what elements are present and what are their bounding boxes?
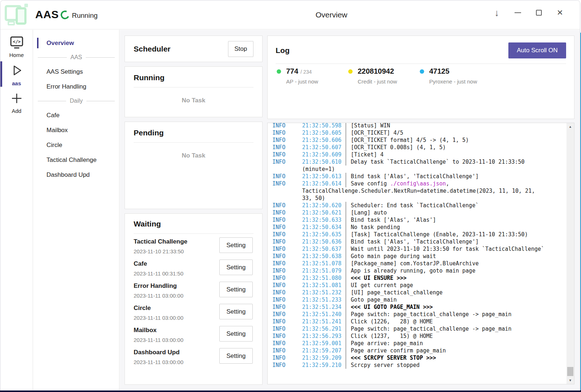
- log-timestamp: 21:32:50.637: [302, 245, 343, 253]
- log-level: INFO: [272, 318, 302, 325]
- dashboard-stats: 774/ 234AP - just now220810942Credit - j…: [277, 67, 491, 85]
- stat-label: Pyroxene - just now: [429, 78, 491, 85]
- log-line: INFO21:32:50.606[OCR_TICKET format] 4/5 …: [272, 136, 566, 144]
- log-line: INFO21:32:59.210Scrcpy server stopped: [272, 362, 566, 369]
- log-message: Page switch: page_tactical_challenge -> …: [346, 325, 512, 332]
- log-message: [Task] TacticalChallenge (Enable, 2023-1…: [346, 231, 528, 238]
- log-level: INFO: [272, 151, 302, 158]
- nav-item-label: Overview: [46, 40, 74, 46]
- log-scrollbar[interactable]: ▲ ▼: [566, 123, 574, 384]
- pending-card: Pending No Task: [125, 122, 263, 209]
- stop-button[interactable]: Stop: [228, 41, 253, 57]
- scrollbar-up-icon[interactable]: ▲: [566, 123, 574, 130]
- log-timestamp: 21:32:50.620: [302, 202, 343, 209]
- nav-group-label: Daily: [70, 98, 83, 104]
- waiting-task-row-circle: Circle2023-11-11 03:00:00Setting: [134, 304, 253, 326]
- rail-item-home[interactable]: </>Home: [0, 36, 33, 58]
- nav-item-label: Circle: [46, 142, 62, 148]
- log-message: [Ticket] 4: [346, 151, 383, 158]
- plus-icon: [0, 91, 33, 107]
- log-line: INFO21:32:50.634No task pending: [272, 224, 566, 231]
- log-segment: TacticalChallenge.Scheduler.NextRun=date…: [302, 188, 535, 194]
- scrollbar-down-icon[interactable]: ▼: [566, 377, 574, 384]
- auto-scroll-button[interactable]: Auto Scroll ON: [508, 42, 566, 58]
- setting-button-error-handling[interactable]: Setting: [219, 282, 253, 297]
- log-segment: UI get current page: [351, 282, 413, 289]
- log-line: (minute=1): [272, 166, 566, 173]
- setting-button-tactical-challenge[interactable]: Setting: [219, 237, 253, 253]
- log-timestamp: 21:32:50.613: [302, 173, 343, 180]
- log-message: Bind task ['Alas', 'TacticalChallenge']: [346, 238, 479, 245]
- window-controls: ↓ ✕: [491, 6, 565, 19]
- log-indent: [272, 166, 302, 173]
- log-timestamp: 21:32:50.633: [302, 216, 343, 224]
- log-line: INFO21:32:50.633Bind task ['Alas', 'Alas…: [272, 216, 566, 224]
- log-segment: [OCR_TICKET 0.008s] (4, 1, 5): [351, 144, 446, 151]
- stat-dot-icon: [277, 69, 281, 74]
- log-timestamp: 21:32:50.634: [302, 224, 343, 231]
- log-level: INFO: [272, 296, 302, 303]
- log-line: INFO21:32:56.293Click (1237, 15) @ HOME: [272, 332, 566, 340]
- setting-button-mailbox[interactable]: Setting: [219, 326, 253, 342]
- nav-item-circle[interactable]: Circle: [33, 138, 119, 152]
- main-content: Scheduler Stop Running No Task Pending N…: [120, 30, 580, 390]
- log-line: INFO21:32:50.605[OCR_TICKET] 4/5: [272, 129, 566, 136]
- minimize-icon[interactable]: [512, 6, 523, 19]
- setting-button-cafe[interactable]: Setting: [219, 260, 253, 275]
- log-line: INFO21:32:50.620Scheduler: End task `Tac…: [272, 202, 566, 209]
- log-title: Log: [276, 46, 289, 55]
- pending-empty-text: No Task: [134, 152, 253, 159]
- nav-item-dashboard-upd[interactable]: Dashboard Upd: [33, 167, 119, 182]
- nav-item-aas-settings[interactable]: AAS Settings: [33, 64, 119, 79]
- play-icon: [0, 63, 33, 79]
- log-timestamp: 21:32:56.291: [302, 325, 343, 332]
- icon-rail: </>HomeaasAdd: [0, 30, 33, 390]
- log-line: INFO21:32:50.637Wait until 2023-11-10 21…: [272, 245, 566, 253]
- log-segment: [OCR_TICKET] 4/5: [351, 130, 403, 136]
- log-message: Page arrive: page_main: [346, 340, 423, 347]
- setting-button-dashboard-upd[interactable]: Setting: [219, 348, 253, 364]
- log-message: Click (1237, 15) @ HOME: [346, 332, 433, 340]
- log-line: INFO21:32:59.209<<< SCRCPY SERVER STOP >…: [272, 354, 566, 362]
- scrollbar-thumb[interactable]: [567, 367, 573, 376]
- rail-item-label: Add: [0, 108, 33, 114]
- log-timestamp: 21:32:59.209: [302, 354, 343, 362]
- log-message: Page switch: page_tactical_challenge -> …: [346, 311, 512, 318]
- log-timestamp: 21:32:51.233: [302, 296, 343, 303]
- rail-item-aas[interactable]: aas: [0, 63, 33, 86]
- log-segment: Scrcpy server stopped: [351, 362, 420, 368]
- nav-item-mailbox[interactable]: Mailbox: [33, 123, 119, 138]
- rail-item-add[interactable]: Add: [0, 91, 33, 114]
- waiting-task-row-mailbox: Mailbox2023-11-11 03:00:00Setting: [134, 326, 253, 348]
- log-line: INFO21:32:50.607[OCR_TICKET 0.008s] (4, …: [272, 144, 566, 151]
- close-icon[interactable]: ✕: [554, 6, 565, 19]
- nav-item-error-handling[interactable]: Error Handling: [33, 79, 119, 94]
- nav-group-label: AAS: [70, 54, 82, 61]
- nav-item-overview[interactable]: Overview: [33, 36, 119, 50]
- log-segment: <<< UI ENSURE >>>: [351, 275, 407, 281]
- maximize-icon[interactable]: [533, 6, 544, 19]
- update-download-icon[interactable]: ↓: [491, 6, 502, 19]
- stat-ap: 774/ 234AP - just now: [277, 67, 348, 85]
- log-lines: INFO21:32:50.598[Status] WININFO21:32:50…: [268, 123, 566, 384]
- log-timestamp: 21:32:50.609: [302, 151, 343, 158]
- log-timestamp: 21:32:50.636: [302, 238, 343, 245]
- setting-button-circle[interactable]: Setting: [219, 304, 253, 319]
- log-segment: Page arrive confirm page_main: [351, 347, 446, 354]
- log-line: INFO21:32:50.635[Task] TacticalChallenge…: [272, 231, 566, 238]
- log-segment: Scheduler: End task `TacticalChallenge`: [351, 202, 479, 209]
- log-level: INFO: [272, 354, 302, 362]
- log-timestamp: 21:32:56.293: [302, 332, 343, 340]
- log-message: Wait until 2023-11-10 21:33:50 for task …: [346, 245, 544, 253]
- log-timestamp: 21:32:51.080: [302, 274, 343, 282]
- pending-title: Pending: [134, 128, 253, 137]
- nav-item-tactical-challenge[interactable]: Tactical Challenge: [33, 152, 119, 167]
- nav-item-label: Cafe: [46, 112, 60, 119]
- nav-item-cafe[interactable]: Cafe: [33, 108, 119, 123]
- stat-top: 774/ 234: [277, 67, 348, 75]
- log-message: [UI] page_tactical_challenge: [346, 289, 443, 296]
- stat-label: Credit - just now: [358, 78, 420, 85]
- log-timestamp: 21:32:51.078: [302, 260, 343, 267]
- running-spinner-icon: [60, 9, 71, 21]
- page-title: Overview: [316, 11, 348, 19]
